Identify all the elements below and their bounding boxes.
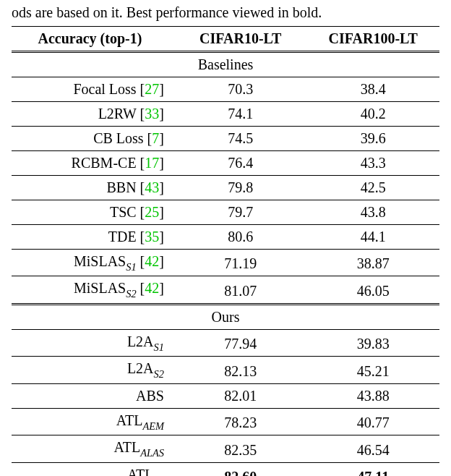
- method-cell: RCBM-CE [17]: [12, 151, 174, 176]
- table-row: MiSLASS1 [42]71.1938.87: [12, 250, 439, 276]
- method-cell: Focal Loss [27]: [12, 77, 174, 102]
- value-cifar100: 43.3: [306, 151, 439, 176]
- header-cifar10: CIFAR10-LT: [174, 27, 307, 52]
- table-row: Focal Loss [27]70.338.4: [12, 77, 439, 102]
- table-row: RCBM-CE [17]76.443.3: [12, 151, 439, 176]
- value-cifar10: 77.94: [174, 329, 307, 356]
- value-cifar100: 45.21: [306, 357, 439, 383]
- header-cifar100: CIFAR100-LT: [306, 27, 439, 52]
- value-cifar10: 80.6: [174, 225, 307, 250]
- table-row: CB Loss [7]74.539.6: [12, 127, 439, 151]
- value-cifar10: 82.60: [174, 462, 307, 476]
- value-cifar100: 38.4: [306, 77, 439, 102]
- value-cifar10: 81.07: [174, 276, 307, 304]
- method-cell: TDE [35]: [12, 225, 174, 250]
- table-row: MiSLASS2 [42]81.0746.05: [12, 276, 439, 304]
- value-cifar100: 43.8: [306, 200, 439, 225]
- table-row: ABS82.0143.88: [12, 383, 439, 408]
- table-row: TDE [35]80.644.1: [12, 225, 439, 250]
- value-cifar10: 71.19: [174, 250, 307, 276]
- value-cifar10: 70.3: [174, 77, 307, 102]
- method-cell: ABS: [12, 383, 174, 408]
- section-label: Baselines: [12, 52, 439, 77]
- value-cifar10: 82.01: [174, 383, 307, 408]
- method-cell: MiSLASS1 [42]: [12, 250, 174, 276]
- value-cifar100: 39.6: [306, 127, 439, 151]
- caption-fragment: ods are based on it. Best performance vi…: [12, 3, 439, 22]
- section-row: Baselines: [12, 52, 439, 77]
- table-row: ATLALAS82.3546.54: [12, 435, 439, 462]
- value-cifar10: 82.35: [174, 435, 307, 462]
- table-row: ATLAEM78.2340.77: [12, 408, 439, 435]
- section-row: Ours: [12, 304, 439, 329]
- table-row: L2AS282.1345.21: [12, 357, 439, 383]
- table-row: L2RW [33]74.140.2: [12, 102, 439, 127]
- value-cifar10: 78.23: [174, 408, 307, 435]
- results-table: Accuracy (top-1) CIFAR10-LT CIFAR100-LT …: [12, 26, 439, 476]
- value-cifar100: 46.54: [306, 435, 439, 462]
- value-cifar10: 82.13: [174, 357, 307, 383]
- method-cell: TSC [25]: [12, 200, 174, 225]
- value-cifar100: 43.88: [306, 383, 439, 408]
- table-row: L2AS177.9439.83: [12, 329, 439, 356]
- value-cifar10: 79.7: [174, 200, 307, 225]
- value-cifar100: 38.87: [306, 250, 439, 276]
- header-method: Accuracy (top-1): [12, 27, 174, 52]
- table-header-row: Accuracy (top-1) CIFAR10-LT CIFAR100-LT: [12, 27, 439, 52]
- method-cell: ATLALAS: [12, 435, 174, 462]
- table-row: BBN [43]79.842.5: [12, 176, 439, 200]
- page: ods are based on it. Best performance vi…: [0, 0, 451, 476]
- value-cifar100: 42.5: [306, 176, 439, 200]
- method-cell: MiSLASS2 [42]: [12, 276, 174, 304]
- value-cifar100: 40.2: [306, 102, 439, 127]
- value-cifar100: 47.11: [306, 462, 439, 476]
- value-cifar100: 46.05: [306, 276, 439, 304]
- value-cifar10: 76.4: [174, 151, 307, 176]
- value-cifar100: 40.77: [306, 408, 439, 435]
- method-cell: ATLall: [12, 462, 174, 476]
- method-cell: L2AS2: [12, 357, 174, 383]
- value-cifar100: 39.83: [306, 329, 439, 356]
- section-label: Ours: [12, 304, 439, 329]
- value-cifar10: 74.5: [174, 127, 307, 151]
- value-cifar100: 44.1: [306, 225, 439, 250]
- method-cell: ATLAEM: [12, 408, 174, 435]
- method-cell: L2RW [33]: [12, 102, 174, 127]
- table-row: TSC [25]79.743.8: [12, 200, 439, 225]
- method-cell: BBN [43]: [12, 176, 174, 200]
- method-cell: L2AS1: [12, 329, 174, 356]
- table-row: ATLall82.6047.11: [12, 462, 439, 476]
- value-cifar10: 79.8: [174, 176, 307, 200]
- value-cifar10: 74.1: [174, 102, 307, 127]
- method-cell: CB Loss [7]: [12, 127, 174, 151]
